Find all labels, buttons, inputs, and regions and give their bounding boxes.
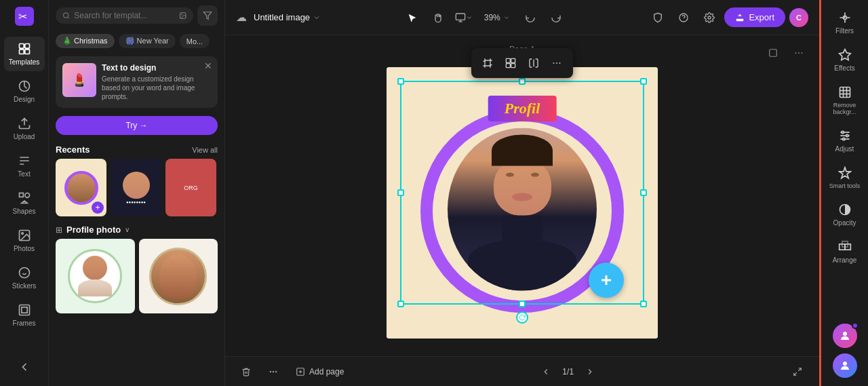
recents-header: Recents View all <box>49 138 224 159</box>
help-icon-button[interactable] <box>673 7 694 28</box>
opacity-tool[interactable]: Opacity <box>823 197 867 232</box>
add-element-button[interactable] <box>589 263 624 298</box>
adjust-icon <box>838 129 852 142</box>
more-bottom-button[interactable] <box>263 364 283 379</box>
cursor-icon <box>407 12 418 23</box>
user-icon <box>839 360 851 372</box>
main-area: ☁ Untitled image 39% <box>225 0 819 386</box>
svg-marker-20 <box>203 12 212 20</box>
tag-newyear[interactable]: 🎆 New Year <box>119 34 176 48</box>
left-sidebar: ✂ Templates Design Upload Text Shapes Ph… <box>0 0 49 386</box>
top-toolbar: ☁ Untitled image 39% <box>225 0 819 35</box>
smart-tools-icon <box>838 166 852 180</box>
zoom-control[interactable]: 39% <box>479 10 515 25</box>
profile-section-icon: ⊞ <box>56 225 62 235</box>
sidebar-label: Shapes <box>13 208 36 215</box>
sidebar-label: Photos <box>14 245 35 252</box>
user-avatar-right[interactable] <box>833 353 857 378</box>
recent-thumb-3[interactable]: ORG <box>165 159 216 216</box>
settings-icon-button[interactable] <box>698 7 720 28</box>
export-button[interactable]: Export <box>724 7 785 27</box>
shield-icon <box>652 12 663 23</box>
sidebar-item-collapse[interactable] <box>4 355 45 379</box>
chevron-down-icon <box>466 14 473 21</box>
svg-point-12 <box>21 233 22 235</box>
profile-thumb-2[interactable] <box>139 239 218 313</box>
canvas-area[interactable]: Page 1 ··· <box>225 35 819 356</box>
document-title: Untitled image <box>254 12 321 22</box>
page-more-button[interactable]: ··· <box>788 42 810 64</box>
smart-tools-label: Smart tools <box>829 182 861 189</box>
page-settings-button[interactable] <box>762 42 784 64</box>
user-avatar[interactable]: C <box>789 8 808 27</box>
search-input[interactable] <box>74 11 174 20</box>
fullscreen-button[interactable] <box>787 361 808 383</box>
search-bar <box>49 0 224 31</box>
ttd-title: Text to design <box>102 63 211 73</box>
templates-panel: 🎄 Christmas 🎆 New Year Mo... 💄 Text to d… <box>49 0 225 386</box>
search-icon <box>62 11 70 20</box>
svg-point-54 <box>846 134 848 136</box>
svg-marker-44 <box>839 50 850 60</box>
profile-grid <box>49 239 224 313</box>
undo-button[interactable] <box>519 7 541 28</box>
hand-icon <box>433 12 443 23</box>
svg-rect-3 <box>24 44 29 49</box>
screen-tool-button[interactable] <box>453 7 475 28</box>
sidebar-label: Design <box>14 96 35 103</box>
svg-point-25 <box>708 16 711 19</box>
ttd-description: Generate a customized design based on yo… <box>102 75 211 101</box>
recent-thumb-1[interactable]: + <box>56 159 106 216</box>
filters-tool[interactable]: Filters <box>823 5 867 40</box>
sidebar-item-upload[interactable]: Upload <box>4 111 45 146</box>
profile-section-header[interactable]: ⊞ Profile photo ∨ <box>49 216 224 239</box>
sidebar-item-photos[interactable]: Photos <box>4 223 45 258</box>
sidebar-label: Frames <box>13 320 36 327</box>
add-page-button[interactable]: Add page <box>290 364 349 379</box>
profil-banner: Profil <box>488 96 557 121</box>
shield-icon-button[interactable] <box>647 7 669 28</box>
select-tool-button[interactable] <box>401 7 423 28</box>
tag-more[interactable]: Mo... <box>180 34 210 48</box>
svg-rect-2 <box>19 44 24 49</box>
sidebar-label: Templates <box>9 58 40 66</box>
next-page-button[interactable] <box>579 361 601 383</box>
effects-icon <box>838 48 852 62</box>
adjust-tool[interactable]: Adjust <box>823 123 867 158</box>
svg-rect-8 <box>19 193 23 197</box>
svg-line-41 <box>798 368 801 370</box>
try-button[interactable]: Try → <box>56 116 218 135</box>
svg-line-17 <box>68 17 69 18</box>
svg-point-9 <box>24 193 29 198</box>
recent-thumb-2[interactable]: ●●●●●●●● <box>111 159 161 216</box>
ttd-close-button[interactable]: ✕ <box>204 60 212 71</box>
svg-rect-29 <box>511 58 515 62</box>
sidebar-item-stickers[interactable]: Stickers <box>4 260 45 295</box>
svg-marker-10 <box>21 201 26 203</box>
undo-icon <box>525 12 536 23</box>
profile-thumb-1[interactable] <box>56 239 135 313</box>
sidebar-item-shapes[interactable]: Shapes <box>4 186 45 220</box>
add-page-icon <box>296 367 305 377</box>
arrange-tool[interactable]: Arrange <box>823 235 867 269</box>
filter-button[interactable] <box>197 5 218 26</box>
hand-tool-button[interactable] <box>427 7 449 28</box>
prev-page-button[interactable] <box>535 361 557 383</box>
profile-section-title: Profile photo <box>66 225 121 235</box>
add-overlay-1[interactable]: + <box>92 201 104 214</box>
smart-tools-tool[interactable]: Smart tools <box>823 161 867 195</box>
sidebar-item-frames[interactable]: Frames <box>4 298 45 332</box>
sidebar-item-text[interactable]: Text <box>4 149 45 183</box>
tag-christmas[interactable]: 🎄 Christmas <box>56 34 115 48</box>
remove-bg-tool[interactable]: Remove backgr... <box>823 80 867 121</box>
filters-icon <box>838 11 852 24</box>
ai-avatar-container <box>833 324 857 348</box>
redo-button[interactable] <box>545 7 567 28</box>
effects-tool[interactable]: Effects <box>823 43 867 77</box>
search-input-wrap[interactable] <box>56 7 193 24</box>
app-logo[interactable]: ✂ <box>14 5 35 27</box>
delete-button[interactable] <box>236 364 256 379</box>
view-all-link[interactable]: View all <box>192 146 218 154</box>
sidebar-item-design[interactable]: Design <box>4 74 45 109</box>
sidebar-item-templates[interactable]: Templates <box>4 37 45 71</box>
